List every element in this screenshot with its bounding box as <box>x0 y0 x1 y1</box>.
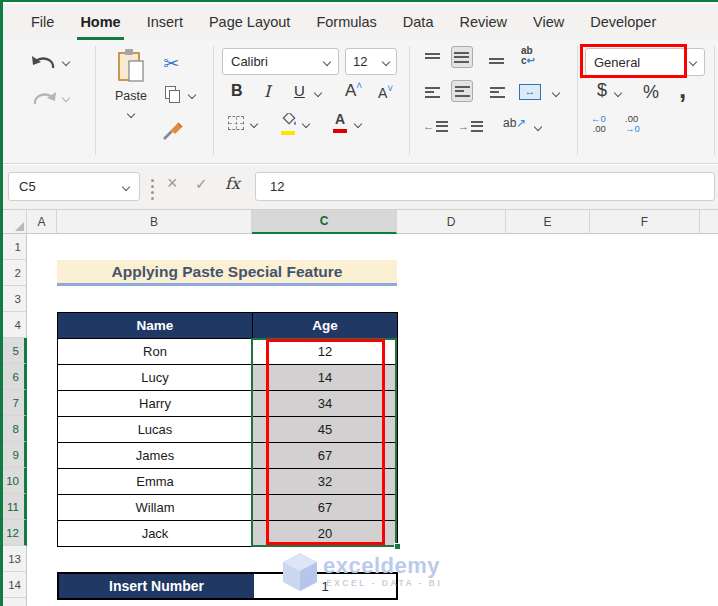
number-format-combo[interactable]: General <box>585 48 705 76</box>
decrease-indent-button[interactable]: ← <box>423 118 448 134</box>
merge-dropdown-icon[interactable] <box>552 89 560 97</box>
underline-button[interactable]: U <box>294 82 305 99</box>
row-header-12[interactable]: 12 <box>3 520 27 546</box>
comma-style-button[interactable]: , <box>679 74 686 105</box>
align-left-button[interactable] <box>425 84 441 100</box>
row-header-partial[interactable] <box>3 598 27 606</box>
percent-style-button[interactable]: % <box>643 82 659 103</box>
column-header-partial[interactable] <box>700 210 718 234</box>
borders-icon[interactable] <box>228 116 244 130</box>
cell-age[interactable]: 67 <box>253 443 398 469</box>
column-header-d[interactable]: D <box>397 210 506 234</box>
row-header-4[interactable]: 4 <box>3 312 27 338</box>
align-center-button[interactable] <box>451 80 473 102</box>
grow-font-button[interactable]: A˄ <box>345 80 362 101</box>
cell-name[interactable]: Ron <box>58 339 253 365</box>
redo-icon[interactable] <box>30 88 58 110</box>
column-header-b[interactable]: B <box>57 210 252 234</box>
cell-age[interactable]: 45 <box>253 417 398 443</box>
cell-age[interactable]: 20 <box>253 521 398 547</box>
undo-icon[interactable] <box>30 52 58 74</box>
align-middle-button[interactable] <box>451 46 473 68</box>
format-painter-icon[interactable] <box>161 118 185 142</box>
cell-name[interactable]: Jack <box>58 521 253 547</box>
underline-dropdown-icon[interactable] <box>314 89 322 97</box>
font-color-button[interactable]: A <box>333 110 347 133</box>
cancel-icon[interactable]: × <box>167 173 178 194</box>
fill-color-button[interactable] <box>281 112 298 135</box>
copy-dropdown-icon[interactable] <box>188 91 196 99</box>
select-all-corner[interactable] <box>3 210 27 234</box>
tab-developer[interactable]: Developer <box>577 4 669 40</box>
cell-name[interactable]: Harry <box>58 391 253 417</box>
tab-insert[interactable]: Insert <box>134 4 196 40</box>
tab-file[interactable]: File <box>18 4 67 40</box>
copy-icon[interactable] <box>165 86 176 99</box>
undo-dropdown-icon[interactable] <box>62 58 70 66</box>
orientation-button[interactable]: ab↗ <box>503 116 526 130</box>
cut-icon[interactable]: ✂ <box>163 52 179 75</box>
tab-review[interactable]: Review <box>446 4 520 40</box>
cell-age[interactable]: 14 <box>253 365 398 391</box>
cell-name[interactable]: Lucas <box>58 417 253 443</box>
align-top-button[interactable] <box>425 50 441 65</box>
shrink-font-button[interactable]: A˅ <box>378 83 393 101</box>
wrap-text-button[interactable]: abc↩ <box>521 46 535 66</box>
bold-button[interactable]: B <box>231 82 243 100</box>
tab-data[interactable]: Data <box>390 4 447 40</box>
insert-number-label-cell[interactable]: Insert Number <box>59 574 254 598</box>
increase-indent-button[interactable]: → <box>458 118 483 134</box>
column-header-a[interactable]: A <box>27 210 57 234</box>
column-header-c[interactable]: C <box>252 210 397 234</box>
italic-button[interactable]: I <box>264 82 270 101</box>
font-color-dropdown-icon[interactable] <box>354 120 362 128</box>
table-header-age[interactable]: Age <box>253 313 398 339</box>
row-header-5[interactable]: 5 <box>3 338 27 364</box>
formula-bar-drag-handle[interactable] <box>151 185 154 188</box>
row-header-7[interactable]: 7 <box>3 390 27 416</box>
accounting-format-button[interactable]: $ <box>597 80 607 101</box>
tab-page-layout[interactable]: Page Layout <box>196 4 303 40</box>
orientation-dropdown-icon[interactable] <box>534 123 542 131</box>
name-box[interactable]: C5 <box>8 172 140 201</box>
tab-formulas[interactable]: Formulas <box>303 4 389 40</box>
cell-name[interactable]: Emma <box>58 469 253 495</box>
merge-center-icon[interactable]: ↔ <box>519 84 541 100</box>
column-header-e[interactable]: E <box>506 210 590 234</box>
row-header-14[interactable]: 14 <box>3 572 27 598</box>
accounting-dropdown-icon[interactable] <box>614 89 622 97</box>
paste-button[interactable]: Paste <box>105 48 157 121</box>
row-header-8[interactable]: 8 <box>3 416 27 442</box>
cell-age[interactable]: 32 <box>253 469 398 495</box>
row-header-13[interactable]: 13 <box>3 546 27 572</box>
row-header-10[interactable]: 10 <box>3 468 27 494</box>
font-name-combo[interactable]: Calibri <box>222 48 339 75</box>
cell-age-active[interactable]: 12 <box>253 339 398 365</box>
row-header-11[interactable]: 11 <box>3 494 27 520</box>
cell-name[interactable]: Lucy <box>58 365 253 391</box>
formula-input[interactable]: 12 <box>255 172 715 201</box>
cell-name[interactable]: James <box>58 443 253 469</box>
increase-decimal-button[interactable]: ←0.00 <box>591 114 606 134</box>
enter-icon[interactable]: ✓ <box>195 175 208 193</box>
fill-color-dropdown-icon[interactable] <box>302 120 310 128</box>
row-header-2[interactable]: 2 <box>3 260 27 286</box>
cell-age[interactable]: 34 <box>253 391 398 417</box>
row-header-3[interactable]: 3 <box>3 286 27 312</box>
align-right-button[interactable] <box>489 84 505 100</box>
tab-home[interactable]: Home <box>67 4 133 40</box>
align-bottom-button[interactable] <box>489 55 505 70</box>
insert-function-icon[interactable]: fx <box>225 174 240 193</box>
tab-view[interactable]: View <box>520 4 577 40</box>
redo-dropdown-icon[interactable] <box>62 94 70 102</box>
row-header-9[interactable]: 9 <box>3 442 27 468</box>
cell-age[interactable]: 67 <box>253 495 398 521</box>
fill-handle[interactable] <box>394 543 401 550</box>
table-header-name[interactable]: Name <box>58 313 253 339</box>
row-header-1[interactable]: 1 <box>3 234 27 260</box>
borders-dropdown-icon[interactable] <box>250 120 258 128</box>
decrease-decimal-button[interactable]: .00→0 <box>625 114 640 134</box>
font-size-combo[interactable]: 12 <box>345 48 397 75</box>
column-header-f[interactable]: F <box>590 210 700 234</box>
row-header-6[interactable]: 6 <box>3 364 27 390</box>
